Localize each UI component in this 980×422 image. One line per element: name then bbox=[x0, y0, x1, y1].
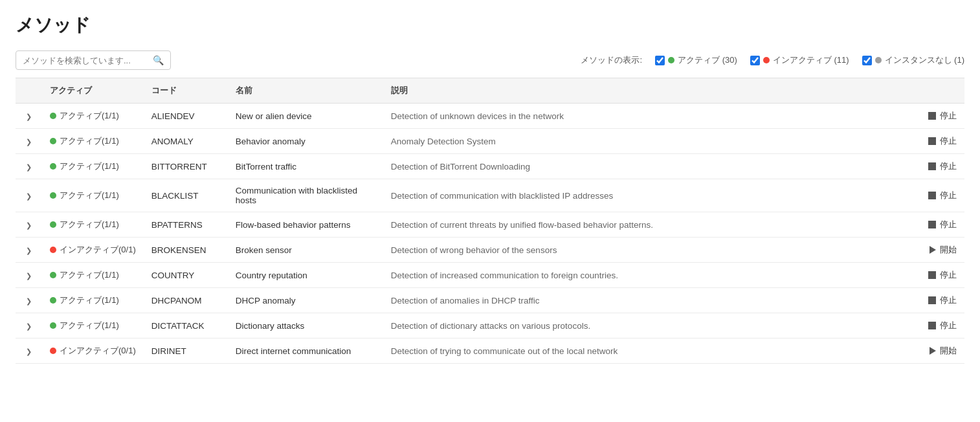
play-icon bbox=[930, 347, 936, 355]
expand-button[interactable]: ❯ bbox=[23, 271, 34, 281]
name-cell: Dictionary attacks bbox=[228, 313, 383, 339]
status-dot bbox=[50, 138, 56, 144]
toolbar: 🔍 メソッドの表示: アクティブ (30) インアクティブ (11) インスタン… bbox=[16, 50, 964, 70]
expand-button[interactable]: ❯ bbox=[23, 137, 34, 147]
desc-cell: Detection of dictionary attacks on vario… bbox=[383, 313, 900, 339]
start-button[interactable]: 開始 bbox=[940, 244, 957, 256]
name-cell: Communication with blacklisted hosts bbox=[228, 179, 383, 212]
table-row: ❯ アクティブ(1/1) ALIENDEV New or alien devic… bbox=[16, 104, 964, 129]
status-dot bbox=[50, 297, 56, 304]
code-cell: BPATTERNS bbox=[144, 212, 228, 238]
search-input[interactable] bbox=[23, 56, 150, 65]
action-cell: 停止 bbox=[908, 135, 957, 147]
page-container: メソッド 🔍 メソッドの表示: アクティブ (30) インアクティブ (11) … bbox=[0, 0, 980, 377]
col-header-expand bbox=[16, 78, 42, 104]
status-cell: アクティブ(1/1) bbox=[50, 269, 136, 281]
play-icon bbox=[930, 246, 936, 254]
filter-noinstance[interactable]: インスタンスなし (1) bbox=[862, 54, 965, 66]
stop-icon bbox=[928, 112, 936, 120]
action-cell: 停止 bbox=[908, 269, 957, 281]
name-cell: New or alien device bbox=[228, 104, 383, 129]
name-cell: Broken sensor bbox=[228, 238, 383, 263]
stop-button[interactable]: 停止 bbox=[940, 135, 957, 147]
action-cell: 停止 bbox=[908, 294, 957, 306]
filter-inactive-label: インアクティブ (11) bbox=[773, 54, 849, 66]
status-cell: インアクティブ(0/1) bbox=[50, 244, 136, 256]
start-button[interactable]: 開始 bbox=[940, 345, 957, 357]
desc-cell: Detection of BitTorrent Downloading bbox=[383, 154, 900, 179]
table-row: ❯ アクティブ(1/1) BITTORRENT BitTorrent traff… bbox=[16, 154, 964, 179]
filter-inactive[interactable]: インアクティブ (11) bbox=[750, 54, 849, 66]
status-dot bbox=[50, 247, 56, 253]
status-cell: アクティブ(1/1) bbox=[50, 135, 136, 147]
stop-button[interactable]: 停止 bbox=[940, 320, 957, 331]
status-text: アクティブ(1/1) bbox=[60, 135, 119, 147]
stop-button[interactable]: 停止 bbox=[940, 294, 957, 306]
expand-button[interactable]: ❯ bbox=[23, 220, 34, 230]
expand-button[interactable]: ❯ bbox=[23, 321, 34, 331]
table-row: ❯ インアクティブ(0/1) DIRINET Direct internet c… bbox=[16, 339, 964, 364]
table-row: ❯ アクティブ(1/1) BLACKLIST Communication wit… bbox=[16, 179, 964, 212]
code-cell: BROKENSEN bbox=[144, 238, 228, 263]
status-cell: アクティブ(1/1) bbox=[50, 320, 136, 331]
expand-button[interactable]: ❯ bbox=[23, 191, 34, 201]
filter-label: メソッドの表示: bbox=[581, 54, 642, 66]
code-cell: BLACKLIST bbox=[144, 179, 228, 212]
desc-cell: Detection of communication with blacklis… bbox=[383, 179, 900, 212]
expand-button[interactable]: ❯ bbox=[23, 245, 34, 256]
desc-cell: Detection of unknown devices in the netw… bbox=[383, 104, 900, 129]
methods-table: アクティブ コード 名前 説明 ❯ アクティブ(1/1) ALIENDEV Ne… bbox=[16, 78, 964, 364]
expand-button[interactable]: ❯ bbox=[23, 111, 34, 122]
action-cell: 停止 bbox=[908, 219, 957, 230]
col-header-code: コード bbox=[144, 78, 228, 104]
code-cell: BITTORRENT bbox=[144, 154, 228, 179]
table-row: ❯ インアクティブ(0/1) BROKENSEN Broken sensor D… bbox=[16, 238, 964, 263]
status-text: アクティブ(1/1) bbox=[60, 110, 119, 122]
status-text: インアクティブ(0/1) bbox=[60, 345, 136, 357]
filter-active-dot bbox=[668, 57, 674, 63]
action-cell: 開始 bbox=[908, 345, 957, 357]
expand-button[interactable]: ❯ bbox=[23, 296, 34, 306]
stop-button[interactable]: 停止 bbox=[940, 269, 957, 281]
status-text: アクティブ(1/1) bbox=[60, 219, 119, 230]
name-cell: Flow-based behavior patterns bbox=[228, 212, 383, 238]
stop-button[interactable]: 停止 bbox=[940, 219, 957, 230]
stop-icon bbox=[928, 296, 936, 304]
status-dot bbox=[50, 272, 56, 278]
col-header-action bbox=[900, 78, 964, 104]
filter-active-checkbox[interactable] bbox=[655, 56, 665, 65]
filter-inactive-checkbox[interactable] bbox=[750, 56, 760, 65]
code-cell: ANOMALY bbox=[144, 129, 228, 154]
status-cell: アクティブ(1/1) bbox=[50, 161, 136, 172]
name-cell: Behavior anomaly bbox=[228, 129, 383, 154]
stop-icon bbox=[928, 221, 936, 228]
status-text: アクティブ(1/1) bbox=[60, 294, 119, 306]
filter-noinstance-checkbox[interactable] bbox=[862, 56, 872, 65]
col-header-name: 名前 bbox=[228, 78, 383, 104]
status-text: アクティブ(1/1) bbox=[60, 269, 119, 281]
table-row: ❯ アクティブ(1/1) ANOMALY Behavior anomaly An… bbox=[16, 129, 964, 154]
action-cell: 停止 bbox=[908, 110, 957, 122]
expand-button[interactable]: ❯ bbox=[23, 162, 34, 172]
status-cell: アクティブ(1/1) bbox=[50, 294, 136, 306]
filter-noinstance-dot bbox=[875, 57, 882, 63]
stop-button[interactable]: 停止 bbox=[940, 110, 957, 122]
code-cell: DIRINET bbox=[144, 339, 228, 364]
stop-button[interactable]: 停止 bbox=[940, 190, 957, 201]
status-cell: アクティブ(1/1) bbox=[50, 110, 136, 122]
status-dot bbox=[50, 221, 56, 228]
status-text: アクティブ(1/1) bbox=[60, 190, 119, 201]
action-cell: 停止 bbox=[908, 320, 957, 331]
col-header-desc: 説明 bbox=[383, 78, 900, 104]
stop-icon bbox=[928, 271, 936, 279]
stop-icon bbox=[928, 192, 936, 199]
stop-button[interactable]: 停止 bbox=[940, 161, 957, 172]
filter-active[interactable]: アクティブ (30) bbox=[655, 54, 737, 66]
page-title: メソッド bbox=[16, 13, 964, 38]
search-box[interactable]: 🔍 bbox=[16, 50, 171, 70]
name-cell: Country reputation bbox=[228, 263, 383, 288]
table-body: ❯ アクティブ(1/1) ALIENDEV New or alien devic… bbox=[16, 104, 964, 364]
code-cell: ALIENDEV bbox=[144, 104, 228, 129]
table-row: ❯ アクティブ(1/1) DICTATTACK Dictionary attac… bbox=[16, 313, 964, 339]
expand-button[interactable]: ❯ bbox=[23, 346, 34, 357]
